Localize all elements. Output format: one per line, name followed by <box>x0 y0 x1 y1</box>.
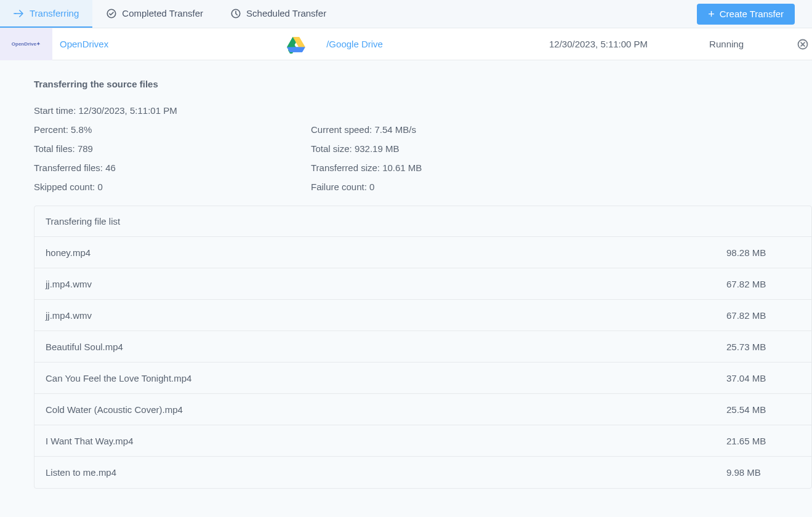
file-list-header: Transfering file list <box>34 206 811 237</box>
transfer-timestamp: 12/30/2023, 5:11:00 PM <box>549 39 709 49</box>
file-size: 25.54 MB <box>696 404 800 415</box>
file-row: Cold Water (Acoustic Cover).mp425.54 MB <box>34 394 811 425</box>
file-name: Beautiful Soul.mp4 <box>46 342 696 352</box>
file-row: jj.mp4.wmv67.82 MB <box>34 268 811 300</box>
stat-speed: Current speed: 7.54 MB/s <box>311 124 812 135</box>
opendrive-logo: OpenDrive✦ <box>0 28 52 60</box>
file-size: 67.82 MB <box>696 310 800 321</box>
file-name: Listen to me.mp4 <box>46 467 696 478</box>
transfer-stats: Start time: 12/30/2023, 5:11:01 PM Perce… <box>34 105 812 192</box>
source-label[interactable]: OpenDrivex <box>60 39 108 49</box>
stat-transferred-size: Transferred size: 10.61 MB <box>311 162 812 173</box>
stat-total-files: Total files: 789 <box>34 143 311 154</box>
file-size: 21.65 MB <box>696 436 800 446</box>
file-name: Can You Feel the Love Tonight.mp4 <box>46 373 696 383</box>
tab-completed[interactable]: Completed Transfer <box>92 0 217 28</box>
dest-label[interactable]: /Google Drive <box>326 39 383 49</box>
cancel-transfer-button[interactable] <box>796 38 810 51</box>
plus-icon: + <box>708 9 715 20</box>
top-tabbar: Transferring Completed Transfer Schedule… <box>0 0 812 28</box>
file-name: Cold Water (Acoustic Cover).mp4 <box>46 404 696 415</box>
tab-completed-label: Completed Transfer <box>122 8 203 18</box>
transfer-row: OpenDrive✦ OpenDrivex /Google Drive 12/3… <box>0 28 812 60</box>
svg-marker-10 <box>287 47 305 52</box>
source-block: OpenDrive✦ OpenDrivex <box>0 28 108 60</box>
file-name: honey.mp4 <box>46 247 696 258</box>
file-row: I Want That Way.mp421.65 MB <box>34 425 811 457</box>
file-name: jj.mp4.wmv <box>46 310 696 321</box>
google-drive-icon <box>287 34 308 55</box>
file-size: 67.82 MB <box>696 279 800 289</box>
file-size: 25.73 MB <box>696 342 800 352</box>
file-size: 98.28 MB <box>696 247 800 258</box>
file-row: jj.mp4.wmv67.82 MB <box>34 300 811 331</box>
stat-total-size: Total size: 932.19 MB <box>311 143 812 154</box>
file-name: jj.mp4.wmv <box>46 279 696 289</box>
create-transfer-button[interactable]: + Create Transfer <box>697 4 795 25</box>
tab-transferring[interactable]: Transferring <box>0 0 92 28</box>
stat-start-time: Start time: 12/30/2023, 5:11:01 PM <box>34 105 812 116</box>
stat-skipped: Skipped count: 0 <box>34 182 311 192</box>
transfer-detail: Transferring the source files Start time… <box>0 60 812 489</box>
file-row: Can You Feel the Love Tonight.mp437.04 M… <box>34 363 811 394</box>
transfer-right-icon <box>14 8 25 19</box>
file-size: 37.04 MB <box>696 373 800 383</box>
file-list: Transfering file list honey.mp498.28 MBj… <box>34 206 812 489</box>
tab-transferring-label: Transferring <box>30 8 79 18</box>
file-row: Beautiful Soul.mp425.73 MB <box>34 331 811 363</box>
tab-scheduled[interactable]: Scheduled Transfer <box>217 0 340 28</box>
create-transfer-label: Create Transfer <box>720 9 784 19</box>
file-row: honey.mp498.28 MB <box>34 237 811 268</box>
file-name: I Want That Way.mp4 <box>46 436 696 446</box>
dest-block: /Google Drive <box>287 34 383 55</box>
stat-failure: Failure count: 0 <box>311 182 812 192</box>
check-circle-icon <box>106 8 117 19</box>
file-row: Listen to me.mp49.98 MB <box>34 457 811 488</box>
tab-scheduled-label: Scheduled Transfer <box>246 8 326 18</box>
clock-icon <box>230 8 241 19</box>
stat-percent: Percent: 5.8% <box>34 124 311 135</box>
file-size: 9.98 MB <box>696 467 800 478</box>
section-title: Transferring the source files <box>34 79 812 89</box>
transfer-status: Running <box>709 39 796 49</box>
stat-transferred-files: Transferred files: 46 <box>34 162 311 173</box>
